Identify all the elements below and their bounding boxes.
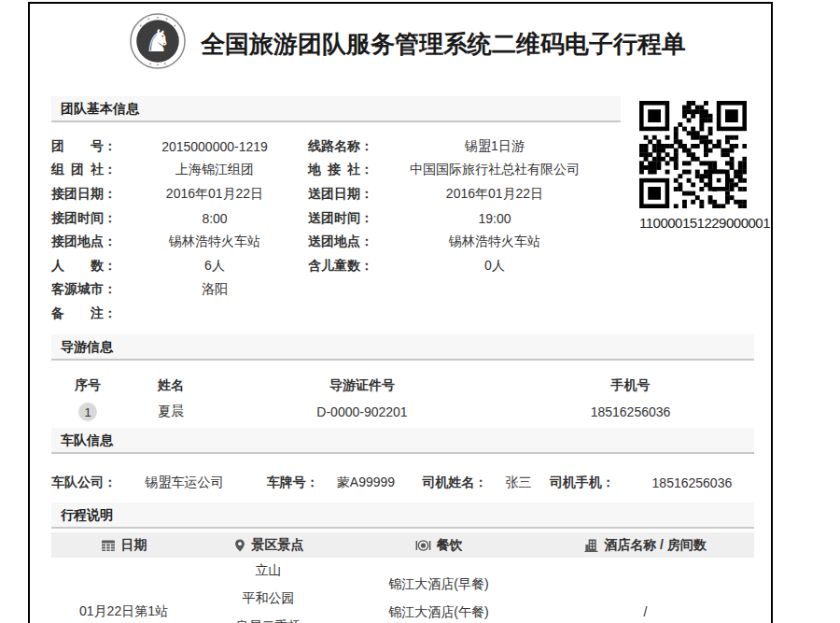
plate-number-label: 车牌号：	[267, 474, 319, 491]
guide-table-header: 序号 姓名 导游证件号 手机号	[51, 374, 754, 398]
itin-meal: 锦江大酒店(午餐)	[341, 598, 537, 623]
driver-name-value: 张三	[491, 474, 546, 491]
fleet-company-value: 锡盟车运公司	[120, 474, 248, 491]
pickup-time-value: 8:00	[121, 211, 308, 226]
dining-icon	[415, 538, 431, 553]
basic-field-label: 接团日期：	[51, 186, 121, 203]
basic-field-label: 送团日期：	[308, 186, 378, 203]
guide-phone: 18516256036	[507, 404, 754, 419]
guide-name: 夏晨	[124, 404, 217, 420]
receiving-agency-value: 中国国际旅行社总社有限公司	[378, 162, 611, 178]
driver-phone-value: 18516256036	[630, 475, 754, 490]
pickup-date-value: 2016年01月22日	[121, 186, 308, 203]
section-title-basic-info: 团队基本信息	[51, 96, 621, 122]
people-count-value: 6人	[121, 258, 308, 275]
itinerary-table-header: 日期 景区景点 餐饮	[51, 532, 754, 558]
guide-col-cert: 导游证件号	[217, 377, 507, 394]
pickup-place-value: 锡林浩特火车站	[121, 234, 308, 250]
itin-col-spots: 景区景点	[252, 537, 304, 554]
tour-number-value: 2015000000-1219	[121, 139, 308, 154]
driver-phone-label: 司机手机：	[550, 474, 615, 491]
dropoff-time-value: 19:00	[378, 211, 611, 226]
location-pin-icon	[233, 538, 246, 553]
itin-spot: 立山	[196, 556, 341, 584]
basic-field-label: 接团地点：	[51, 234, 121, 250]
itin-spot: 皇居二重桥	[196, 612, 341, 623]
fleet-company-label: 车队公司：	[51, 474, 117, 491]
qr-code-number: 110000151229000001	[625, 215, 784, 231]
guide-index-badge: 1	[78, 403, 97, 421]
itinerary-table-row: 01月22日第1站 立山 平和公园 皇居二重桥 锦江大酒店(早餐) 锦江大酒店(…	[51, 556, 754, 623]
itin-meal-list: 锦江大酒店(早餐) 锦江大酒店(午餐)	[341, 556, 537, 623]
basic-field-label: 线路名称：	[308, 138, 378, 155]
hotel-icon	[584, 538, 598, 553]
section-title-guide-info: 导游信息	[51, 334, 754, 361]
basic-field-label: 备 注：	[51, 305, 121, 322]
plate-number-value: 蒙A99999	[323, 474, 409, 491]
svg-text:♞: ♞	[144, 22, 172, 59]
basic-field-label: 送团地点：	[308, 234, 378, 250]
guide-col-no: 序号	[51, 377, 124, 394]
basic-field-label: 地 接 社：	[308, 162, 378, 178]
basic-field-label: 客源城市：	[51, 281, 121, 298]
itin-date: 01月22日第1站	[51, 556, 196, 623]
itin-col-date: 日期	[121, 537, 147, 554]
itinerary-document-page: ♞ 全国旅游团队服务管理系统二维码电子行程单 团队基本信息 团 号： 20150…	[28, 2, 773, 623]
dropoff-date-value: 2016年01月22日	[378, 186, 611, 203]
basic-field-label: 送团时间：	[308, 210, 378, 227]
source-city-value: 洛阳	[121, 281, 308, 298]
route-name-value: 锡盟1日游	[378, 138, 611, 155]
basic-field-label: 团 号：	[51, 138, 121, 155]
organizer-agency-value: 上海锦江组团	[121, 162, 308, 178]
basic-field-label: 组 团 社：	[51, 162, 121, 178]
itin-meal: 锦江大酒店(早餐)	[341, 570, 537, 598]
basic-field-label: 人 数：	[51, 258, 121, 275]
qr-code	[639, 101, 747, 208]
guide-col-phone: 手机号	[507, 377, 754, 394]
section-title-fleet-info: 车队信息	[51, 428, 754, 454]
itin-spot-list: 立山 平和公园 皇居二重桥	[196, 556, 341, 623]
section-title-itinerary: 行程说明	[51, 503, 754, 529]
china-tourism-logo-icon: ♞	[129, 12, 187, 70]
basic-info-fields: 团 号： 2015000000-1219 线路名称： 锡盟1日游 组 团 社： …	[51, 135, 611, 326]
itin-col-hotel: 酒店名称 / 房间数	[604, 537, 707, 554]
calendar-icon	[101, 538, 116, 553]
page-title: 全国旅游团队服务管理系统二维码电子行程单	[201, 28, 686, 61]
children-count-value: 0人	[378, 258, 611, 275]
itin-col-meals: 餐饮	[437, 537, 463, 554]
dropoff-place-value: 锡林浩特火车站	[378, 234, 611, 250]
driver-name-label: 司机姓名：	[422, 474, 487, 491]
itin-hotel: /	[537, 556, 754, 623]
itin-spot: 平和公园	[196, 584, 341, 612]
guide-cert-number: D-0000-902201	[217, 404, 507, 419]
basic-field-label: 含儿童数：	[308, 258, 378, 275]
basic-field-label: 接团时间：	[51, 210, 121, 227]
guide-table-row: 1 夏晨 D-0000-902201 18516256036	[51, 400, 754, 424]
guide-col-name: 姓名	[124, 377, 217, 394]
fleet-info-row: 车队公司： 锡盟车运公司 车牌号： 蒙A99999 司机姓名： 张三 司机手机：…	[51, 471, 754, 495]
